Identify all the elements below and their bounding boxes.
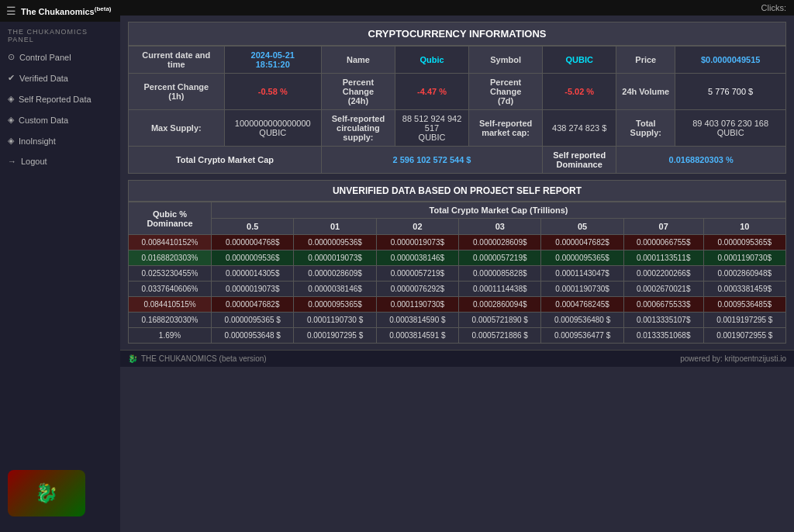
value-cell: 0.0000038146$	[376, 250, 458, 266]
table-row: 0.0168820303%0.0000009536$0.0000019073$0…	[129, 250, 786, 266]
control-panel-icon: ⊙	[8, 52, 15, 62]
footer-dragon-icon: 🐉	[128, 354, 137, 363]
value-cell: 0.0001114438$	[459, 282, 541, 297]
vol24h-label: 24h Volume	[616, 74, 675, 110]
symbol-label: Symbol	[469, 47, 543, 74]
table-row: 0.0337640606%0.0000019073$0.0000038146$0…	[129, 282, 786, 297]
pct7d-label: Percent Change(7d)	[469, 74, 543, 110]
footer-right-text: powered by: kritpoentnzijusti.io	[680, 354, 786, 363]
mcap-value: 438 274 823 $	[543, 110, 616, 147]
pct7d-value: -5.02 %	[543, 74, 616, 110]
col-header-07: 07	[623, 219, 703, 235]
footer-bar: 🐉 THE CHUKANOMICS (beta version) powered…	[120, 350, 794, 367]
value-cell: 0.0009536480 $	[541, 313, 623, 328]
sidebar-item-logout[interactable]: → Logout	[0, 151, 120, 171]
col-header-05: 0.5	[212, 219, 294, 235]
sidebar-item-label: InoInsight	[19, 136, 56, 146]
pct1h-label: Percent Change(1h)	[129, 74, 225, 110]
dominance-cell: 0.084410515%	[129, 297, 212, 313]
pct24h-label: Percent Change(24h)	[321, 74, 395, 110]
total-supply-value: 89 403 076 230 168QUBIC	[675, 110, 786, 147]
col-header-03: 03	[459, 219, 541, 235]
price-label: Price	[616, 47, 675, 74]
sidebar-item-self-reported-data[interactable]: ◈ Self Reported Data	[0, 88, 120, 109]
dominance-cell: 1.69%	[129, 328, 212, 344]
value-cell: 0.0000095365$	[703, 235, 785, 250]
table-header-row: Qubic %Dominance Total Crypto Market Cap…	[129, 202, 786, 219]
logout-icon: →	[8, 157, 16, 166]
dragon-icon: 🐉	[8, 470, 85, 516]
value-cell: 0.0009536485$	[703, 297, 785, 313]
value-cell: 0.0013335107$	[623, 313, 703, 328]
sidebar-item-inoinsight[interactable]: ◈ InoInsight	[0, 130, 120, 151]
table-row: 1.69%0.0000953648 $0.0001907295 $0.00038…	[129, 328, 786, 344]
sidebar-item-label: Self Reported Data	[19, 95, 91, 104]
sidebar-title-bar: ☰ The Chukanomics(beta)	[0, 0, 120, 22]
app-title: The Chukanomics(beta)	[21, 5, 112, 16]
hamburger-icon[interactable]: ☰	[6, 5, 16, 17]
market-cap-header: Total Crypto Market Cap (Trillions)	[212, 202, 786, 219]
col-header-05b: 05	[541, 219, 623, 235]
value-cell: 0.0000085828$	[459, 266, 541, 282]
sidebar-item-control-panel[interactable]: ⊙ Control Panel	[0, 47, 120, 67]
pct1h-value: -0.58 %	[224, 74, 321, 110]
table-row: Current date and time 2024-05-2118:51:20…	[129, 47, 786, 74]
value-cell: 0.0000019073$	[212, 282, 294, 297]
value-cell: 0.0000009536$	[294, 235, 376, 250]
value-cell: 0.0019072955 $	[703, 328, 785, 344]
value-cell: 0.0005721890 $	[459, 313, 541, 328]
value-cell: 0.0001907295 $	[294, 328, 376, 344]
sidebar-item-verified-data[interactable]: ✔ Verified Data	[0, 67, 120, 88]
dominance-value: 0.0168820303 %	[616, 147, 786, 174]
circ-supply-label: Self-reportedcirculatingsupply:	[321, 110, 395, 147]
maxsupply-value: 1000000000000000QUBIC	[224, 110, 321, 147]
value-cell: 0.0003814590 $	[376, 313, 458, 328]
sidebar-item-label: Verified Data	[19, 74, 68, 83]
value-cell: 0.0001190730$	[541, 282, 623, 297]
value-cell: 0.0001133511$	[623, 250, 703, 266]
sidebar-panel-label: THE CHUKANOMICS PANEL	[0, 22, 120, 47]
circ-supply-value: 88 512 924 942 517QUBIC	[395, 110, 468, 147]
crypto-section-title: CRYPTOCURRENCY INFORMATIONS	[128, 22, 786, 46]
table-row: Total Crypto Market Cap 2 596 102 572 54…	[129, 147, 786, 174]
dominance-label: Self reported Dominance	[543, 147, 616, 174]
dominance-cell: 0.1688203030%	[129, 313, 212, 328]
mcap-label: Self-reportedmarket cap:	[469, 110, 543, 147]
value-cell: 0.0000047682$	[212, 297, 294, 313]
value-cell: 0.0019197295 $	[703, 313, 785, 328]
clicks-label: Clicks:	[761, 3, 786, 12]
value-cell: 0.0000076292$	[376, 282, 458, 297]
total-market-value: 2 596 102 572 544 $	[321, 147, 542, 174]
sidebar-item-custom-data[interactable]: ◈ Custom Data	[0, 109, 120, 130]
crypto-section: CRYPTOCURRENCY INFORMATIONS Current date…	[120, 16, 794, 350]
sidebar: ☰ The Chukanomics(beta) THE CHUKANOMICS …	[0, 0, 120, 532]
value-cell: 0.0002670021$	[623, 282, 703, 297]
verified-data-icon: ✔	[8, 73, 15, 83]
total-market-label: Total Crypto Market Cap	[129, 147, 322, 174]
name-value: Qubic	[395, 47, 468, 74]
col-header-10: 10	[703, 219, 785, 235]
table-row: Max Supply: 1000000000000000QUBIC Self-r…	[129, 110, 786, 147]
value-cell: 0.0000038146$	[294, 282, 376, 297]
table-row: 0.0253230455%0.0000014305$0.0000028609$0…	[129, 266, 786, 282]
value-cell: 0.0001190730 $	[294, 313, 376, 328]
symbol-value: QUBIC	[543, 47, 616, 74]
main-content: Clicks: CRYPTOCURRENCY INFORMATIONS Curr…	[120, 0, 794, 532]
maxsupply-label: Max Supply:	[129, 110, 225, 147]
table-row: 0.084410515%0.0000047682$0.0000095365$0.…	[129, 297, 786, 313]
dominance-cell: 0.0084410152%	[129, 235, 212, 250]
value-cell: 0.0001190730$	[376, 297, 458, 313]
value-cell: 0.0000057219$	[376, 266, 458, 282]
value-cell: 0.0000028609$	[459, 235, 541, 250]
value-cell: 0.0001190730$	[703, 250, 785, 266]
value-cell: 0.0004768245$	[541, 297, 623, 313]
name-label: Name	[321, 47, 395, 74]
footer-left-text: THE CHUKANOMICS (beta version)	[141, 354, 267, 363]
value-cell: 0.0000004768$	[212, 235, 294, 250]
pct24h-value: -4.47 %	[395, 74, 468, 110]
table-row: 0.0084410152%0.0000004768$0.0000009536$0…	[129, 235, 786, 250]
value-cell: 0.0002200266$	[623, 266, 703, 282]
value-cell: 0.0000095365 $	[212, 313, 294, 328]
value-cell: 0.0001143047$	[541, 266, 623, 282]
custom-data-icon: ◈	[8, 115, 14, 125]
